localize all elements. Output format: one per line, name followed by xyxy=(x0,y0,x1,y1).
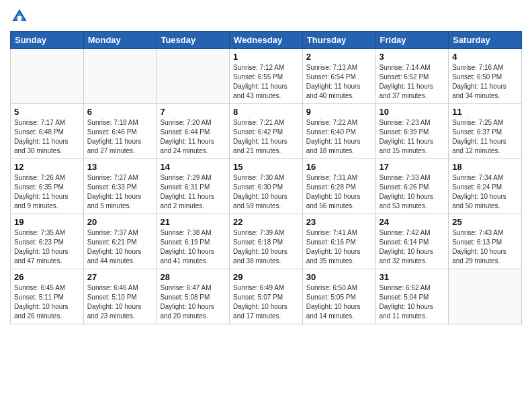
day-info: Sunrise: 7:22 AM Sunset: 6:40 PM Dayligh… xyxy=(306,118,372,156)
day-number: 30 xyxy=(306,272,372,282)
day-info: Sunrise: 7:43 AM Sunset: 6:13 PM Dayligh… xyxy=(452,228,518,266)
calendar-cell: 21Sunrise: 7:38 AM Sunset: 6:19 PM Dayli… xyxy=(157,214,230,269)
calendar-cell: 27Sunrise: 6:46 AM Sunset: 5:10 PM Dayli… xyxy=(83,269,157,324)
day-number: 21 xyxy=(160,217,226,227)
calendar-cell: 9Sunrise: 7:22 AM Sunset: 6:40 PM Daylig… xyxy=(302,104,375,159)
day-number: 5 xyxy=(14,107,80,117)
calendar-week-2: 5Sunrise: 7:17 AM Sunset: 6:48 PM Daylig… xyxy=(11,104,522,159)
calendar-cell: 23Sunrise: 7:41 AM Sunset: 6:16 PM Dayli… xyxy=(302,214,375,269)
day-number: 28 xyxy=(160,272,226,282)
day-number: 14 xyxy=(160,162,226,172)
calendar-cell: 3Sunrise: 7:14 AM Sunset: 6:52 PM Daylig… xyxy=(375,49,449,104)
calendar-cell: 5Sunrise: 7:17 AM Sunset: 6:48 PM Daylig… xyxy=(11,104,84,159)
day-info: Sunrise: 7:34 AM Sunset: 6:24 PM Dayligh… xyxy=(452,173,518,211)
day-number: 12 xyxy=(14,162,80,172)
day-number: 29 xyxy=(233,272,299,282)
day-number: 17 xyxy=(380,162,445,172)
day-number: 11 xyxy=(452,107,518,117)
day-info: Sunrise: 6:47 AM Sunset: 5:08 PM Dayligh… xyxy=(160,283,226,321)
day-number: 16 xyxy=(306,162,372,172)
calendar-cell: 14Sunrise: 7:29 AM Sunset: 6:31 PM Dayli… xyxy=(157,159,230,214)
weekday-header-sunday: Sunday xyxy=(11,32,84,49)
calendar-cell: 26Sunrise: 6:45 AM Sunset: 5:11 PM Dayli… xyxy=(11,269,84,324)
calendar-cell: 24Sunrise: 7:42 AM Sunset: 6:14 PM Dayli… xyxy=(375,214,449,269)
day-number: 4 xyxy=(452,52,518,62)
day-info: Sunrise: 7:14 AM Sunset: 6:52 PM Dayligh… xyxy=(380,63,445,101)
day-info: Sunrise: 7:18 AM Sunset: 6:46 PM Dayligh… xyxy=(87,118,153,156)
day-info: Sunrise: 7:25 AM Sunset: 6:37 PM Dayligh… xyxy=(452,118,518,156)
calendar-cell: 1Sunrise: 7:12 AM Sunset: 6:55 PM Daylig… xyxy=(230,49,303,104)
calendar-cell xyxy=(449,269,522,324)
day-info: Sunrise: 6:49 AM Sunset: 5:07 PM Dayligh… xyxy=(233,283,299,321)
calendar-cell: 15Sunrise: 7:30 AM Sunset: 6:30 PM Dayli… xyxy=(230,159,303,214)
calendar-cell: 19Sunrise: 7:35 AM Sunset: 6:23 PM Dayli… xyxy=(11,214,84,269)
day-number: 6 xyxy=(87,107,153,117)
weekday-header-row: SundayMondayTuesdayWednesdayThursdayFrid… xyxy=(11,32,522,49)
day-info: Sunrise: 7:38 AM Sunset: 6:19 PM Dayligh… xyxy=(160,228,226,266)
calendar-cell: 29Sunrise: 6:49 AM Sunset: 5:07 PM Dayli… xyxy=(230,269,303,324)
day-info: Sunrise: 7:33 AM Sunset: 6:26 PM Dayligh… xyxy=(380,173,445,211)
calendar-cell: 25Sunrise: 7:43 AM Sunset: 6:13 PM Dayli… xyxy=(449,214,522,269)
day-number: 15 xyxy=(233,162,299,172)
calendar-cell xyxy=(83,49,157,104)
page-container: SundayMondayTuesdayWednesdayThursdayFrid… xyxy=(0,0,532,411)
calendar-week-4: 19Sunrise: 7:35 AM Sunset: 6:23 PM Dayli… xyxy=(11,214,522,269)
calendar-cell: 31Sunrise: 6:52 AM Sunset: 5:04 PM Dayli… xyxy=(375,269,449,324)
calendar-cell: 30Sunrise: 6:50 AM Sunset: 5:05 PM Dayli… xyxy=(302,269,375,324)
calendar-cell: 17Sunrise: 7:33 AM Sunset: 6:26 PM Dayli… xyxy=(375,159,449,214)
calendar-cell: 20Sunrise: 7:37 AM Sunset: 6:21 PM Dayli… xyxy=(83,214,157,269)
day-info: Sunrise: 6:50 AM Sunset: 5:05 PM Dayligh… xyxy=(306,283,372,321)
day-number: 23 xyxy=(306,217,372,227)
day-number: 18 xyxy=(452,162,518,172)
day-number: 22 xyxy=(233,217,299,227)
calendar-cell: 18Sunrise: 7:34 AM Sunset: 6:24 PM Dayli… xyxy=(449,159,522,214)
day-number: 27 xyxy=(87,272,153,282)
calendar-cell: 7Sunrise: 7:20 AM Sunset: 6:44 PM Daylig… xyxy=(157,104,230,159)
day-info: Sunrise: 7:29 AM Sunset: 6:31 PM Dayligh… xyxy=(160,173,226,211)
calendar-cell: 13Sunrise: 7:27 AM Sunset: 6:33 PM Dayli… xyxy=(83,159,157,214)
day-info: Sunrise: 7:21 AM Sunset: 6:42 PM Dayligh… xyxy=(233,118,299,156)
weekday-header-monday: Monday xyxy=(83,32,157,49)
weekday-header-friday: Friday xyxy=(375,32,449,49)
day-info: Sunrise: 7:16 AM Sunset: 6:50 PM Dayligh… xyxy=(452,63,518,101)
day-info: Sunrise: 7:30 AM Sunset: 6:30 PM Dayligh… xyxy=(233,173,299,211)
day-number: 20 xyxy=(87,217,153,227)
calendar-cell: 4Sunrise: 7:16 AM Sunset: 6:50 PM Daylig… xyxy=(449,49,522,104)
day-info: Sunrise: 7:41 AM Sunset: 6:16 PM Dayligh… xyxy=(306,228,372,266)
calendar-cell: 11Sunrise: 7:25 AM Sunset: 6:37 PM Dayli… xyxy=(449,104,522,159)
calendar-week-1: 1Sunrise: 7:12 AM Sunset: 6:55 PM Daylig… xyxy=(11,49,522,104)
day-number: 26 xyxy=(14,272,80,282)
calendar-cell: 28Sunrise: 6:47 AM Sunset: 5:08 PM Dayli… xyxy=(157,269,230,324)
day-info: Sunrise: 6:52 AM Sunset: 5:04 PM Dayligh… xyxy=(380,283,445,321)
calendar-week-3: 12Sunrise: 7:26 AM Sunset: 6:35 PM Dayli… xyxy=(11,159,522,214)
day-number: 13 xyxy=(87,162,153,172)
calendar-cell: 22Sunrise: 7:39 AM Sunset: 6:18 PM Dayli… xyxy=(230,214,303,269)
day-info: Sunrise: 7:42 AM Sunset: 6:14 PM Dayligh… xyxy=(380,228,445,266)
day-number: 10 xyxy=(380,107,445,117)
weekday-header-saturday: Saturday xyxy=(449,32,522,49)
weekday-header-tuesday: Tuesday xyxy=(157,32,230,49)
day-info: Sunrise: 6:46 AM Sunset: 5:10 PM Dayligh… xyxy=(87,283,153,321)
day-info: Sunrise: 7:35 AM Sunset: 6:23 PM Dayligh… xyxy=(14,228,80,266)
day-number: 9 xyxy=(306,107,372,117)
weekday-header-wednesday: Wednesday xyxy=(230,32,303,49)
calendar-week-5: 26Sunrise: 6:45 AM Sunset: 5:11 PM Dayli… xyxy=(11,269,522,324)
calendar-table: SundayMondayTuesdayWednesdayThursdayFrid… xyxy=(10,31,522,324)
calendar-cell: 10Sunrise: 7:23 AM Sunset: 6:39 PM Dayli… xyxy=(375,104,449,159)
calendar-cell xyxy=(11,49,84,104)
day-info: Sunrise: 7:39 AM Sunset: 6:18 PM Dayligh… xyxy=(233,228,299,266)
weekday-header-thursday: Thursday xyxy=(302,32,375,49)
day-number: 3 xyxy=(380,52,445,62)
calendar-cell: 6Sunrise: 7:18 AM Sunset: 6:46 PM Daylig… xyxy=(83,104,157,159)
day-info: Sunrise: 7:13 AM Sunset: 6:54 PM Dayligh… xyxy=(306,63,372,101)
day-info: Sunrise: 7:37 AM Sunset: 6:21 PM Dayligh… xyxy=(87,228,153,266)
day-number: 19 xyxy=(14,217,80,227)
day-info: Sunrise: 7:17 AM Sunset: 6:48 PM Dayligh… xyxy=(14,118,80,156)
calendar-cell: 16Sunrise: 7:31 AM Sunset: 6:28 PM Dayli… xyxy=(302,159,375,214)
day-number: 24 xyxy=(380,217,445,227)
day-info: Sunrise: 7:27 AM Sunset: 6:33 PM Dayligh… xyxy=(87,173,153,211)
calendar-cell xyxy=(157,49,230,104)
day-number: 1 xyxy=(233,52,299,62)
day-info: Sunrise: 7:23 AM Sunset: 6:39 PM Dayligh… xyxy=(380,118,445,156)
day-info: Sunrise: 7:26 AM Sunset: 6:35 PM Dayligh… xyxy=(14,173,80,211)
